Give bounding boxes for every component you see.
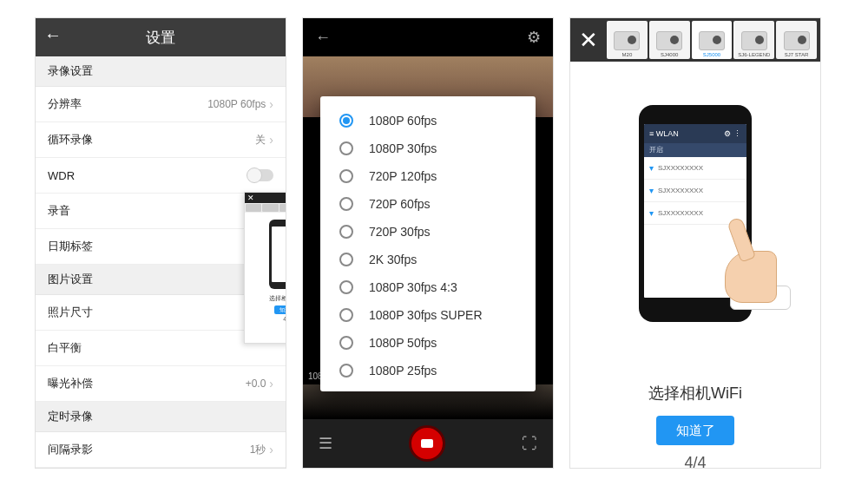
settings-row-label: 间隔录影 — [48, 442, 93, 457]
camera-model-label: SJ6-LEGEND — [738, 52, 770, 57]
hand-pointer-icon — [725, 218, 786, 305]
chevron-right-icon: › — [269, 443, 273, 456]
settings-row-value: 关› — [255, 133, 273, 148]
settings-row-label: 白平衡 — [48, 340, 82, 356]
resolution-option-label: 720P 120fps — [369, 169, 437, 183]
record-button[interactable] — [409, 425, 445, 462]
menu-icon[interactable]: ☰ — [319, 434, 332, 453]
radio-icon — [339, 253, 353, 266]
settings-row-value — [247, 169, 273, 181]
camera-thumb-icon — [741, 31, 767, 50]
back-icon[interactable]: ← — [315, 29, 331, 47]
tutorial-caption: 选择相机WiFi — [570, 383, 820, 404]
wifi-network-row[interactable]: ▾SJXXXXXXXX — [644, 157, 746, 180]
settings-row-label: 录音 — [48, 203, 70, 219]
resolution-option-label: 720P 30fps — [369, 225, 431, 239]
gear-icon: ⚙ ⋮ — [724, 129, 741, 138]
toggle-switch[interactable] — [247, 169, 273, 181]
camera-header: ← ⚙ — [303, 18, 553, 56]
settings-row-label: 曝光补偿 — [48, 376, 93, 391]
settings-row-label: 日期标签 — [48, 239, 93, 254]
radio-icon — [339, 280, 353, 294]
tutorial-screen: ✕ M20SJ4000SJ5000SJ6-LEGENDSJ7 STAR ≡ WL… — [569, 17, 821, 469]
chevron-right-icon: › — [269, 133, 273, 147]
radio-icon — [339, 308, 353, 322]
resolution-option[interactable]: 1080P 60fps — [320, 107, 536, 135]
camera-icon — [421, 439, 433, 448]
camera-model-tab[interactable]: SJ6-LEGEND — [733, 21, 774, 59]
camera-model-label: SJ4000 — [661, 52, 678, 57]
settings-row[interactable]: 分辨率1080P 60fps› — [36, 87, 286, 122]
wlan-title: WLAN — [656, 129, 679, 138]
settings-row[interactable]: WDR — [36, 158, 286, 194]
resolution-option-label: 720P 60fps — [369, 197, 431, 211]
resolution-option[interactable]: 720P 30fps — [320, 218, 536, 246]
resolution-option[interactable]: 1080P 25fps — [320, 357, 536, 384]
tutorial-page-small: 4/4 — [245, 316, 286, 322]
close-icon[interactable]: ✕ — [570, 27, 607, 54]
resolution-option[interactable]: 2K 30fps — [320, 246, 536, 273]
settings-screen: ← 设置 录像设置分辨率1080P 60fps›循环录像关›WDR录音日期标签图… — [35, 17, 286, 469]
wifi-network-name: SJXXXXXXXX — [658, 187, 703, 194]
radio-icon — [339, 114, 353, 128]
resolution-picker-screen: ← ⚙ 108 1080P 60fps1080P 30fps720P 120fp… — [302, 17, 554, 469]
resolution-option[interactable]: 1080P 50fps — [320, 329, 536, 357]
wifi-icon: ▾ — [649, 186, 654, 195]
radio-icon — [339, 197, 353, 211]
settings-section-header: 定时录像 — [36, 402, 286, 432]
settings-row[interactable]: 循环录像关› — [36, 122, 286, 158]
settings-row-label: WDR — [48, 169, 75, 182]
settings-row-value: 1080P 60fps› — [207, 97, 273, 111]
radio-icon — [339, 336, 353, 350]
settings-section-header: 录像设置 — [36, 56, 286, 87]
settings-row-label: 分辨率 — [48, 96, 82, 112]
camera-model-label: SJ7 STAR — [785, 52, 809, 57]
camera-model-tab[interactable]: SJ5000 — [692, 21, 733, 59]
gear-icon[interactable]: ⚙ — [527, 28, 541, 47]
settings-row-value: 1秒› — [250, 443, 273, 457]
chevron-right-icon: › — [269, 97, 273, 111]
wifi-network-name: SJXXXXXXXX — [658, 209, 703, 217]
camera-model-label: SJ5000 — [703, 52, 720, 57]
resolution-dialog: 1080P 60fps1080P 30fps720P 120fps720P 60… — [320, 96, 536, 391]
radio-icon — [339, 141, 353, 155]
resolution-option[interactable]: 1080P 30fps SUPER — [320, 301, 536, 329]
camera-model-tab[interactable]: SJ7 STAR — [776, 21, 817, 59]
tutorial-header: ✕ M20SJ4000SJ5000SJ6-LEGENDSJ7 STAR — [570, 18, 820, 62]
wifi-network-name: SJXXXXXXXX — [658, 164, 703, 172]
settings-row-label: 循环录像 — [48, 132, 93, 148]
tutorial-overlay-small: ✕ 选择相机WiFi 知道了 4/4 — [244, 192, 286, 344]
settings-header: ← 设置 — [36, 18, 286, 56]
resolution-option-label: 1080P 30fps 4:3 — [369, 280, 457, 294]
radio-icon — [339, 225, 353, 239]
resolution-option[interactable]: 720P 120fps — [320, 162, 536, 190]
settings-row[interactable]: 曝光补偿+0.0› — [36, 366, 286, 402]
back-icon[interactable]: ← — [44, 25, 62, 45]
wifi-icon: ▾ — [649, 208, 654, 218]
tutorial-ok-small[interactable]: 知道了 — [274, 305, 286, 314]
settings-title: 设置 — [146, 28, 175, 48]
camera-thumb-icon — [656, 31, 682, 50]
fullscreen-icon[interactable]: ⛶ — [522, 435, 537, 453]
resolution-option-label: 1080P 25fps — [369, 364, 437, 378]
camera-bottom-bar: ☰ ⛶ — [303, 419, 553, 468]
tutorial-caption-small: 选择相机WiFi — [245, 294, 286, 303]
camera-model-tab[interactable]: M20 — [607, 21, 648, 59]
resolution-option[interactable]: 1080P 30fps — [320, 135, 536, 162]
wlan-subtitle: 开启 — [644, 143, 746, 157]
radio-icon — [339, 364, 353, 378]
camera-thumb-icon — [699, 31, 725, 50]
resolution-option[interactable]: 1080P 30fps 4:3 — [320, 273, 536, 301]
resolution-option[interactable]: 720P 60fps — [320, 190, 536, 218]
radio-icon — [339, 169, 353, 183]
settings-row[interactable]: 间隔录影1秒› — [36, 432, 286, 468]
wifi-network-row[interactable]: ▾SJXXXXXXXX — [644, 180, 746, 202]
close-icon[interactable]: ✕ — [247, 194, 254, 202]
resolution-option-label: 1080P 30fps SUPER — [369, 308, 483, 322]
wifi-icon: ▾ — [649, 163, 654, 173]
camera-thumb-icon — [784, 31, 810, 50]
resolution-option-label: 1080P 30fps — [369, 141, 437, 155]
camera-model-tab[interactable]: SJ4000 — [649, 21, 690, 59]
tutorial-ok-button[interactable]: 知道了 — [656, 416, 734, 445]
tutorial-page-indicator: 4/4 — [570, 454, 820, 469]
